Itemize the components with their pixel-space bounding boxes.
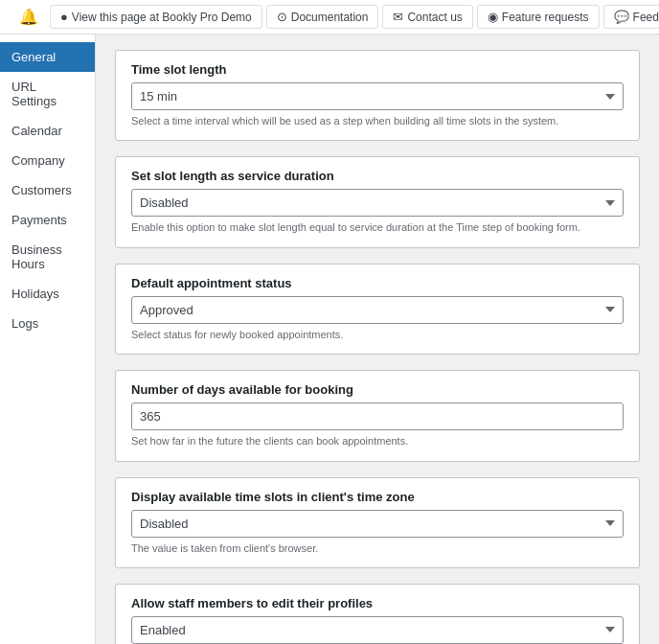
input-days-available[interactable] — [131, 402, 624, 430]
select-staff-edit-profiles[interactable]: DisabledEnabled — [131, 616, 624, 644]
feedback-icon: 💬 — [614, 10, 629, 24]
demo-button[interactable]: ● View this page at Bookly Pro Demo — [50, 5, 262, 29]
section-display-time-slots: Display available time slots in client's… — [115, 477, 640, 568]
sidebar-item-holidays[interactable]: Holidays — [0, 279, 95, 309]
select-slot-length-service[interactable]: DisabledEnabled — [131, 189, 624, 217]
bell-icon[interactable]: 🔔 — [19, 8, 38, 26]
select-default-appointment-status[interactable]: ApprovedPendingCancelled — [131, 296, 624, 324]
sidebar-item-payments[interactable]: Payments — [0, 205, 95, 235]
sidebar-item-business-hours[interactable]: Business Hours — [0, 235, 95, 279]
feature-label: Feature requests — [502, 11, 589, 24]
section-slot-length-service: Set slot length as service durationDisab… — [115, 156, 640, 247]
section-title-slot-length-service: Set slot length as service duration — [131, 169, 624, 183]
sidebar-item-logs[interactable]: Logs — [0, 309, 95, 338]
contact-icon: ✉ — [393, 10, 403, 24]
section-desc-display-time-slots: The value is taken from client's browser… — [131, 541, 624, 556]
section-title-display-time-slots: Display available time slots in client's… — [131, 490, 624, 504]
sidebar: GeneralURL SettingsCalendarCompanyCustom… — [0, 34, 96, 644]
section-default-appointment-status: Default appointment statusApprovedPendin… — [115, 264, 640, 355]
sidebar-item-customers[interactable]: Customers — [0, 175, 95, 205]
feedback-label: Feedback — [633, 11, 659, 24]
demo-icon: ● — [60, 10, 68, 24]
docs-label: Documentation — [291, 11, 369, 24]
contact-button[interactable]: ✉ Contact us — [382, 5, 472, 29]
section-time-slot-length: Time slot length5 min10 min15 min20 min3… — [115, 50, 640, 141]
section-title-time-slot-length: Time slot length — [131, 62, 624, 77]
sidebar-item-company[interactable]: Company — [0, 146, 95, 175]
select-display-time-slots[interactable]: DisabledEnabled — [131, 510, 624, 538]
section-title-days-available: Number of days available for booking — [131, 382, 624, 397]
top-bar: 🔔 ● View this page at Bookly Pro Demo ⊙ … — [0, 0, 659, 34]
section-desc-default-appointment-status: Select status for newly booked appointme… — [131, 328, 624, 342]
feature-button[interactable]: ◉ Feature requests — [477, 5, 600, 29]
docs-button[interactable]: ⊙ Documentation — [266, 5, 379, 29]
docs-icon: ⊙ — [277, 10, 287, 24]
section-desc-days-available: Set how far in the future the clients ca… — [131, 434, 624, 448]
section-desc-time-slot-length: Select a time interval which will be use… — [131, 114, 624, 128]
main-content: Time slot length5 min10 min15 min20 min3… — [96, 34, 659, 644]
select-time-slot-length[interactable]: 5 min10 min15 min20 min30 min45 min60 mi… — [131, 82, 624, 110]
section-title-staff-edit-profiles: Allow staff members to edit their profil… — [131, 596, 624, 610]
sidebar-item-general[interactable]: General — [0, 42, 95, 72]
feature-icon: ◉ — [488, 10, 498, 24]
sidebar-item-calendar[interactable]: Calendar — [0, 116, 95, 146]
sidebar-item-url-settings[interactable]: URL Settings — [0, 72, 95, 116]
feedback-button[interactable]: 💬 Feedback — [603, 5, 659, 29]
section-desc-slot-length-service: Enable this option to make slot length e… — [131, 220, 624, 235]
contact-label: Contact us — [407, 11, 462, 24]
section-title-default-appointment-status: Default appointment status — [131, 276, 624, 290]
section-staff-edit-profiles: Allow staff members to edit their profil… — [115, 584, 640, 644]
section-days-available: Number of days available for bookingSet … — [115, 370, 640, 461]
demo-label: View this page at Bookly Pro Demo — [72, 11, 252, 24]
